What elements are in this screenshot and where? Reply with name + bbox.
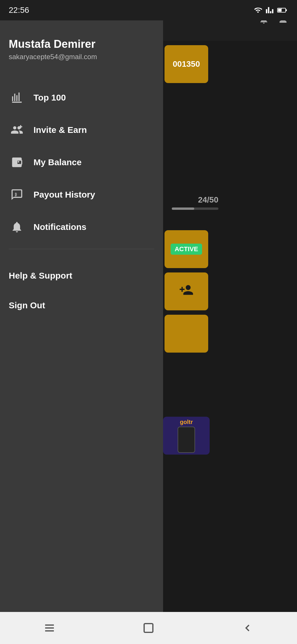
active-card: ACTIVE xyxy=(165,230,208,268)
menu-item-top100[interactable]: Top 100 xyxy=(9,81,154,114)
add-user-group-icon xyxy=(9,122,25,138)
nav-home-button[interactable] xyxy=(137,616,160,640)
status-bar: 22:56 xyxy=(0,0,297,20)
bottom-menu: Help & Support Sign Out xyxy=(9,255,154,320)
menu-items: Top 100 Invite & Earn My Balance xyxy=(9,81,154,243)
chart-bar-icon xyxy=(9,89,25,105)
bell-menu-icon xyxy=(9,219,25,235)
progress-bar-fill xyxy=(172,207,194,210)
menu-item-my-balance[interactable]: My Balance xyxy=(9,146,154,178)
menu-item-help-support[interactable]: Help & Support xyxy=(9,261,154,291)
menu-label-notifications: Notifications xyxy=(33,222,86,232)
nav-back-button[interactable] xyxy=(236,616,259,640)
nav-hamburger-button[interactable] xyxy=(38,616,61,640)
card-number: 001350 xyxy=(173,59,200,69)
add-person-icon xyxy=(179,283,194,300)
progress-area: 24/50 xyxy=(163,192,221,213)
app-phone-mockup xyxy=(178,427,195,453)
user-name: Mustafa Demirer xyxy=(9,38,154,50)
svg-rect-1 xyxy=(278,9,282,12)
battery-icon xyxy=(277,6,288,14)
active-badge: ACTIVE xyxy=(171,244,202,255)
menu-label-top100: Top 100 xyxy=(33,93,66,103)
status-icons xyxy=(254,6,288,14)
menu-label-payout-history: Payout History xyxy=(33,190,95,200)
user-info: Mustafa Demirer sakaryacepte54@gmail.com xyxy=(9,32,154,73)
signal-icon xyxy=(266,6,274,14)
status-time: 22:56 xyxy=(9,6,29,15)
progress-text: 24/50 xyxy=(166,195,218,205)
menu-divider xyxy=(9,249,154,249)
golden-card-top: 001350 xyxy=(165,45,208,83)
wifi-icon xyxy=(254,6,262,14)
app-preview-card: goltr xyxy=(163,417,210,455)
bitcoin-receipt-icon: ₿ xyxy=(9,186,25,203)
menu-label-my-balance: My Balance xyxy=(33,157,82,167)
svg-text:₿: ₿ xyxy=(15,192,17,196)
drawer: Mustafa Demirer sakaryacepte54@gmail.com… xyxy=(0,20,163,644)
svg-rect-2 xyxy=(286,9,287,11)
svg-rect-7 xyxy=(144,624,153,632)
user-email: sakaryacepte54@gmail.com xyxy=(9,53,154,61)
menu-item-notifications[interactable]: Notifications xyxy=(9,211,154,243)
menu-label-sign-out: Sign Out xyxy=(9,300,45,310)
menu-item-sign-out[interactable]: Sign Out xyxy=(9,291,154,320)
app-label: goltr xyxy=(180,419,193,425)
menu-label-invite-earn: Invite & Earn xyxy=(33,125,87,135)
menu-label-help-support: Help & Support xyxy=(9,271,72,280)
menu-item-invite-earn[interactable]: Invite & Earn xyxy=(9,114,154,146)
menu-item-payout-history[interactable]: ₿ Payout History xyxy=(9,178,154,211)
golden-card-3 xyxy=(165,315,208,353)
wallet-icon xyxy=(9,154,25,170)
nav-bar xyxy=(0,612,297,644)
add-person-card[interactable] xyxy=(165,272,208,310)
progress-bar-background xyxy=(172,207,218,210)
